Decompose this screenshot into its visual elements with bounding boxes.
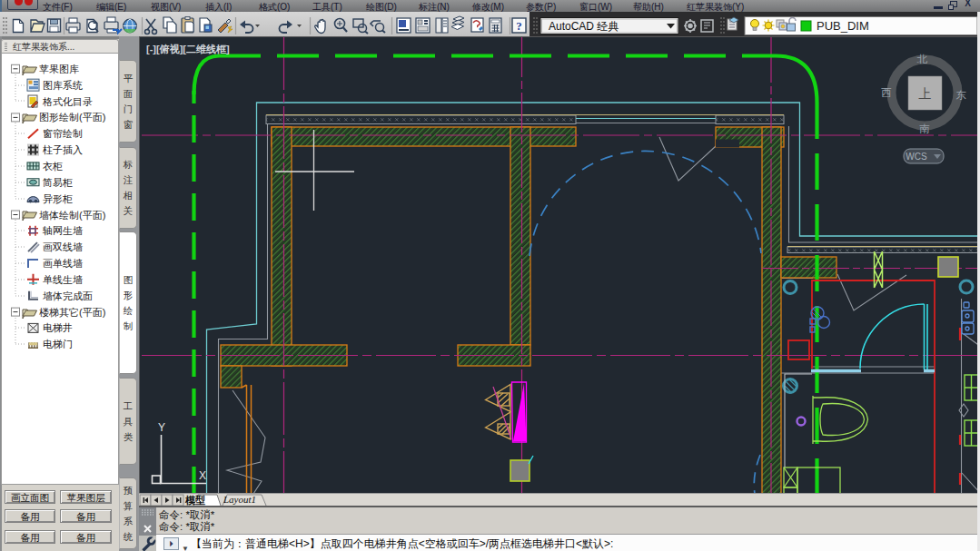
svg-text:图形绘制(平面): 图形绘制(平面) [39,112,105,123]
svg-text:?: ? [516,19,522,33]
svg-text:轴网生墙: 轴网生墙 [42,225,83,236]
svg-text:画单线墙: 画单线墙 [43,258,83,269]
svg-text:墙体绘制(平面): 墙体绘制(平面) [39,210,105,221]
svg-text:AutoCAD 经典: AutoCAD 经典 [549,20,619,33]
svg-text:X: X [199,469,206,482]
svg-text:上: 上 [919,86,932,101]
svg-text:南: 南 [919,123,930,134]
svg-text:图库系统: 图库系统 [43,80,83,91]
svg-text:东: 东 [955,90,966,101]
svg-text:衣柜: 衣柜 [43,161,63,172]
svg-text:苹果图库: 苹果图库 [39,64,79,74]
svg-text:电梯井: 电梯井 [43,322,73,333]
svg-text:北: 北 [916,54,927,64]
svg-text:西: 西 [881,87,892,98]
svg-text:PUB_DIM: PUB_DIM [817,19,869,33]
svg-text:WCS: WCS [906,152,927,162]
svg-text:画双线墙: 画双线墙 [43,241,83,252]
svg-text:窗帘绘制: 窗帘绘制 [43,128,83,139]
svg-text:异形柜: 异形柜 [43,193,73,204]
svg-text:Y: Y [158,421,165,434]
svg-text:墙体完成面: 墙体完成面 [43,290,93,301]
svg-text:单线生墙: 单线生墙 [43,274,83,285]
svg-text:[-][俯视][二维线框]: [-][俯视][二维线框] [146,44,230,54]
svg-text:格式化目录: 格式化目录 [42,96,93,107]
svg-text:楼梯其它(平面): 楼梯其它(平面) [39,307,105,318]
svg-text:柱子插入: 柱子插入 [43,144,83,155]
svg-text:电梯门: 电梯门 [43,339,73,349]
svg-text:简易柜: 简易柜 [43,177,73,188]
